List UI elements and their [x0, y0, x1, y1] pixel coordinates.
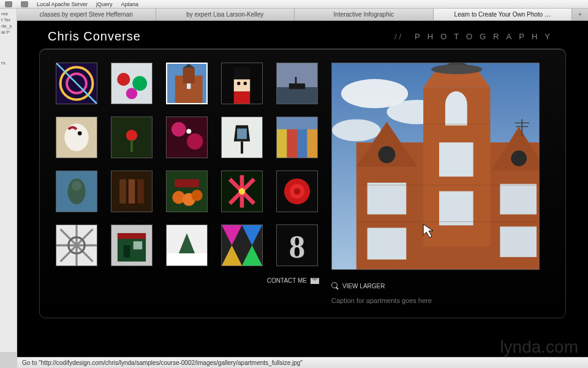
- preview-image[interactable]: [331, 63, 540, 270]
- svg-rect-15: [234, 91, 250, 104]
- svg-point-6: [126, 88, 137, 99]
- svg-rect-45: [119, 179, 126, 204]
- thumb-storefront[interactable]: [111, 224, 153, 266]
- gallery-panel: 8 CONTACT ME: [39, 48, 566, 318]
- svg-rect-35: [241, 142, 243, 154]
- svg-point-58: [294, 188, 301, 195]
- contact-me-link[interactable]: CONTACT ME: [267, 277, 319, 284]
- svg-point-4: [117, 73, 130, 86]
- brand-title: Chris Converse: [48, 29, 141, 44]
- contact-label: CONTACT ME: [267, 277, 307, 284]
- svg-rect-89: [368, 183, 407, 215]
- thumb-metal-structure[interactable]: [56, 224, 97, 266]
- thumb-stage-lights[interactable]: [166, 117, 208, 158]
- svg-point-17: [244, 82, 247, 85]
- svg-rect-64: [134, 241, 143, 249]
- thumb-lily[interactable]: [221, 171, 263, 212]
- brand-subtitle: //PHOTOGRAPHY: [394, 32, 557, 41]
- menu-item[interactable]: jQuery: [96, 1, 113, 7]
- svg-point-24: [78, 131, 82, 136]
- tab-1[interactable]: by expert Lisa Larson-Kelley: [156, 9, 295, 20]
- thumb-apartments[interactable]: [166, 63, 208, 104]
- svg-point-31: [186, 129, 191, 134]
- thumb-row-houses[interactable]: [276, 117, 318, 158]
- thumb-carousel-horse[interactable]: [56, 117, 97, 158]
- svg-rect-11: [187, 83, 190, 89]
- svg-rect-14: [234, 79, 250, 91]
- svg-rect-47: [137, 179, 144, 204]
- thumb-number-eight[interactable]: 8: [276, 224, 318, 266]
- svg-rect-39: [297, 129, 307, 158]
- svg-rect-34: [237, 128, 247, 139]
- background-window-sliver: me t Ter de_s al P rs: [0, 9, 17, 352]
- svg-rect-13: [234, 67, 250, 80]
- thumb-spiral-lights[interactable]: [56, 63, 97, 104]
- app-icon: [5, 1, 12, 7]
- svg-point-43: [72, 181, 81, 191]
- svg-rect-38: [287, 129, 298, 158]
- thumb-nutcracker[interactable]: [221, 63, 263, 104]
- status-bar: Go to "http://codifydesign.com/chris/lyn…: [17, 357, 588, 368]
- svg-rect-40: [307, 129, 318, 158]
- svg-text:8: 8: [289, 229, 305, 264]
- thumb-rose-hip[interactable]: [111, 117, 153, 158]
- svg-rect-9: [183, 67, 195, 83]
- thumb-glass-bottles[interactable]: [111, 171, 153, 212]
- tab-0[interactable]: classes by expert Steve Heffernan: [17, 9, 156, 20]
- thumb-quilt-pattern[interactable]: [221, 224, 263, 266]
- view-larger-link[interactable]: VIEW LARGER: [342, 283, 385, 289]
- envelope-icon: [311, 278, 319, 284]
- svg-rect-65: [118, 233, 146, 239]
- browser-tabbar: classes by expert Steve Heffernan by exp…: [17, 9, 588, 21]
- thumb-statue[interactable]: [56, 171, 97, 212]
- svg-rect-19: [277, 88, 317, 104]
- menu-item[interactable]: Aptana: [121, 1, 139, 7]
- menu-item[interactable]: Local Apache Server: [37, 1, 88, 7]
- page-content: Chris Converse //PHOTOGRAPHY: [17, 21, 588, 357]
- svg-rect-68: [167, 253, 207, 266]
- thumb-red-rose[interactable]: [276, 171, 318, 212]
- svg-point-29: [172, 122, 186, 137]
- tab-3[interactable]: Learn to Create Your Own Photo …: [434, 9, 573, 20]
- status-text: Go to "http://codifydesign.com/chris/lyn…: [22, 359, 303, 366]
- svg-rect-52: [175, 179, 199, 187]
- thumbnail-grid: 8: [56, 63, 319, 266]
- svg-point-26: [126, 129, 137, 140]
- slash-icon: //: [394, 32, 404, 41]
- tab-2[interactable]: Interactive Infographic: [295, 9, 434, 20]
- thumb-ship-sunset[interactable]: [276, 63, 318, 104]
- svg-rect-37: [277, 129, 287, 158]
- svg-point-16: [237, 82, 240, 85]
- magnifier-icon: [331, 282, 339, 289]
- page-header: Chris Converse //PHOTOGRAPHY: [17, 21, 588, 48]
- app-icon-2: [21, 1, 28, 7]
- svg-point-5: [132, 76, 147, 91]
- thumb-ornaments[interactable]: [111, 63, 153, 104]
- new-tab-button[interactable]: +: [572, 9, 588, 20]
- svg-rect-94: [500, 226, 537, 257]
- svg-point-88: [379, 146, 396, 163]
- image-caption: Caption for apartments goes here: [331, 297, 540, 304]
- thumb-pumpkins[interactable]: [166, 171, 208, 212]
- svg-point-92: [511, 150, 527, 166]
- thumb-snow-pine[interactable]: [166, 224, 208, 266]
- svg-rect-20: [289, 83, 305, 89]
- svg-point-54: [239, 188, 246, 195]
- svg-rect-93: [500, 184, 537, 215]
- thumb-street-lamp[interactable]: [221, 117, 263, 158]
- svg-rect-86: [439, 191, 473, 226]
- svg-rect-27: [130, 140, 133, 152]
- os-menubar: Local Apache Server jQuery Aptana: [0, 0, 588, 9]
- svg-point-51: [191, 190, 202, 201]
- svg-rect-46: [129, 179, 135, 204]
- svg-rect-90: [368, 228, 407, 259]
- svg-rect-21: [295, 77, 297, 83]
- svg-rect-85: [439, 142, 473, 177]
- svg-point-30: [187, 133, 203, 149]
- svg-point-84: [431, 64, 483, 74]
- svg-point-79: [332, 119, 381, 141]
- svg-rect-63: [124, 245, 130, 258]
